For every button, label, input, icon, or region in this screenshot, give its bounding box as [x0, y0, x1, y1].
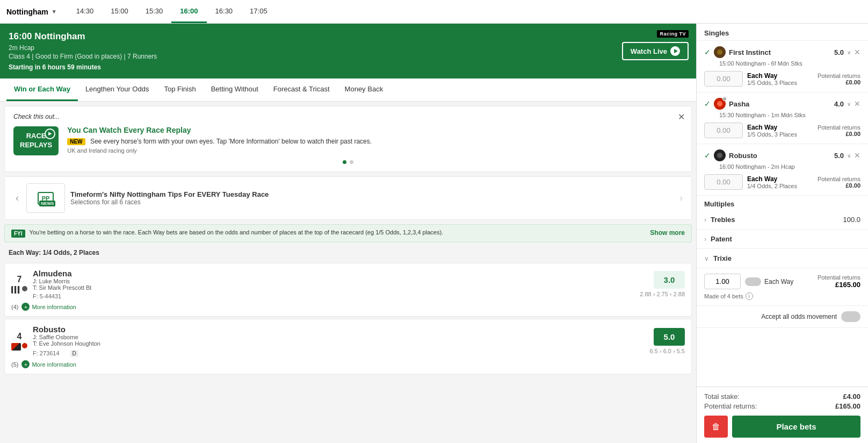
bet-odds-arrow-2[interactable]: ∨: [847, 101, 851, 107]
horse-odds-4[interactable]: 5.0: [654, 328, 685, 346]
bet-check-3: ✓: [704, 151, 711, 160]
place-bets-button[interactable]: Place bets: [732, 416, 860, 438]
more-info-7[interactable]: + More information: [21, 303, 76, 311]
more-info-4[interactable]: + More information: [21, 360, 76, 368]
time-tab-1705[interactable]: 17:05: [241, 1, 276, 23]
bet-check-2: ✓: [704, 99, 711, 108]
plus-icon-7: +: [21, 303, 30, 311]
trixie-stake-input[interactable]: [704, 274, 741, 289]
race-title: 16:00 Nottingham: [9, 31, 688, 42]
trebles-label: Trebles: [711, 216, 843, 224]
race-header: Racing TV 16:00 Nottingham 2m Hcap Class…: [0, 24, 696, 78]
tips-title: Timeform's Nifty Nottingham Tips For EVE…: [70, 190, 269, 198]
bet-potential-value-3: £0.00: [845, 182, 860, 189]
tips-info: Timeform's Nifty Nottingham Tips For EVE…: [70, 190, 269, 206]
tab-betting-without[interactable]: Betting Without: [204, 78, 266, 101]
time-tab-1530[interactable]: 15:30: [137, 1, 172, 23]
pp-logo: PP NEWS: [26, 183, 65, 213]
pp-logo-inner: PP NEWS: [38, 192, 54, 205]
bet-close-3[interactable]: ✕: [854, 151, 860, 160]
trixie-info-icon[interactable]: i: [746, 292, 753, 300]
each-way-info: Each Way: 1/4 Odds, 2 Places: [0, 247, 696, 261]
tab-top-finish[interactable]: Top Finish: [156, 78, 203, 101]
bet-stake-input-1[interactable]: [704, 71, 743, 87]
tab-forecast-tricast[interactable]: Forecast & Tricast: [266, 78, 337, 101]
left-content: Racing TV 16:00 Nottingham 2m Hcap Class…: [0, 24, 696, 443]
bet-subtitle-2: 15:30 Nottingham - 1m Mdn Stks: [719, 112, 860, 118]
tips-subtitle: Selections for all 6 races: [70, 198, 269, 206]
tips-carousel: ‹ PP NEWS Timeform's Nifty Nottingham Ti…: [4, 176, 692, 220]
bet-each-way-1: Each Way: [747, 72, 777, 80]
bet-horse-name-2: Pasha: [729, 100, 831, 108]
bet-potential-label-2: Potential returns: [818, 124, 860, 131]
total-stake-label: Total stake:: [704, 392, 740, 401]
betslip-footer: Total stake: £4.00 Potential returns: £1…: [697, 387, 868, 443]
bet-check-1: ✓: [704, 48, 711, 56]
silk-cap-7: [22, 286, 27, 291]
tips-prev-button[interactable]: ‹: [13, 190, 21, 206]
horse-badge-4: D: [70, 350, 78, 357]
tips-next-icon[interactable]: ›: [679, 192, 683, 204]
patent-label: Patent: [711, 235, 860, 243]
multiple-trebles[interactable]: › Trebles 100.0: [697, 210, 868, 230]
tab-win-each-way[interactable]: Win or Each Way: [6, 78, 78, 101]
promo-text: You Can Watch Every Race Replay NEW See …: [67, 126, 372, 156]
bet-horse-icon-3: [714, 149, 726, 161]
bet-close-1[interactable]: ✕: [854, 48, 860, 56]
horse-number-4: 4: [11, 332, 27, 351]
accept-odds-toggle[interactable]: [841, 311, 860, 322]
venue-dropdown-icon: ▼: [52, 9, 57, 15]
watch-live-button[interactable]: Watch Live: [622, 42, 689, 60]
horse-number-7: 7: [11, 275, 27, 294]
market-tabs: Win or Each Way Lengthen Your Odds Top F…: [0, 78, 696, 102]
venue-name: Nottingham: [6, 8, 48, 16]
trixie-potential-value: £165.00: [835, 281, 860, 289]
trixie-each-way-label: Each Way: [764, 278, 793, 285]
price-history-7: 2.88 › 2.75 › 2.88: [640, 291, 685, 297]
bet-odds-arrow-3[interactable]: ∨: [847, 153, 851, 159]
tab-money-back[interactable]: Money Back: [337, 78, 391, 101]
tab-lengthen-odds[interactable]: Lengthen Your Odds: [78, 78, 157, 101]
news-badge: NEWS: [39, 201, 55, 206]
venue-selector[interactable]: Nottingham ▼: [6, 8, 57, 16]
promo-close-button[interactable]: ✕: [678, 112, 685, 122]
promo-inner: RACE REPLAYS ▶ You Can Watch Every Race …: [13, 126, 683, 156]
bet-odds-3: 5.0: [834, 152, 844, 160]
bet-subtitle-1: 15:00 Nottingham - 6f Mdn Stks: [719, 60, 860, 67]
time-tab-1600[interactable]: 16:00: [171, 1, 206, 23]
trebles-value: 100.0: [843, 216, 860, 224]
betslip: Singles ✓ First Instinct 5.0 ∨ ✕ 15:00 N…: [696, 24, 868, 443]
bet-item-first-instinct: ✓ First Instinct 5.0 ∨ ✕ 15:00 Nottingha…: [697, 41, 868, 92]
bet-potential-value-1: £0.00: [845, 79, 860, 85]
expand-icon-trebles: ›: [704, 216, 706, 224]
bet-potential-label-1: Potential returns: [818, 73, 860, 79]
bet-stake-input-2[interactable]: [704, 123, 743, 138]
place-bets-row: 🗑 Place bets: [704, 416, 860, 438]
delete-bets-button[interactable]: 🗑: [704, 416, 728, 438]
bet-item-robusto: ✓ Robusto 5.0 ∨ ✕ 16:00 Nottingham - 2m …: [697, 144, 868, 196]
race-replays-logo: RACE REPLAYS ▶: [13, 126, 59, 155]
horse-odds-7[interactable]: 3.0: [654, 271, 685, 289]
horse-jockey-7: J: Luke Morris: [33, 278, 634, 284]
horse-trainer-7: T: Sir Mark Prescott Bt: [33, 284, 634, 291]
bet-subtitle-3: 16:00 Nottingham - 2m Hcap: [719, 163, 860, 170]
bet-close-2[interactable]: ✕: [854, 99, 860, 108]
time-tab-1630[interactable]: 16:30: [207, 1, 242, 23]
multiple-patent[interactable]: › Patent: [697, 230, 868, 249]
horse-silk-4: [11, 343, 21, 351]
multiple-trixie-header[interactable]: ∨ Trixie: [697, 249, 868, 268]
horse-form-4: F: 273614: [33, 350, 60, 356]
bet-stake-input-3[interactable]: [704, 174, 743, 190]
bet-odds-arrow-1[interactable]: ∨: [847, 49, 851, 55]
trixie-each-way-toggle[interactable]: [745, 277, 761, 286]
show-more-button[interactable]: Show more: [650, 229, 685, 237]
horse-position-4: (5): [11, 361, 18, 368]
horse-position-7: (4): [11, 304, 18, 310]
time-tab-1500[interactable]: 15:00: [102, 1, 137, 23]
promo-note: UK and Ireland racing only: [67, 147, 372, 154]
bet-each-way-detail-1: 1/5 Odds, 3 Places: [747, 80, 813, 86]
bet-horse-name-1: First Instinct: [729, 48, 831, 56]
trixie-label: Trixie: [713, 254, 860, 262]
potential-returns-value: £165.00: [835, 402, 860, 410]
time-tab-1430[interactable]: 14:30: [68, 1, 103, 23]
